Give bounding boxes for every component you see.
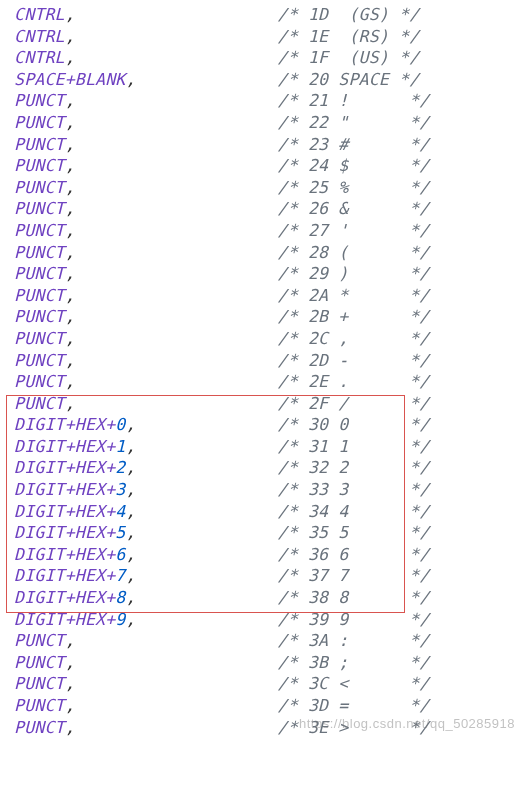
code-line: PUNCT, /* 2C , */ bbox=[14, 328, 521, 350]
comma: , bbox=[126, 566, 136, 585]
code-line: DIGIT+HEX+3, /* 33 3 */ bbox=[14, 479, 521, 501]
pad bbox=[75, 286, 278, 305]
comment: /* 39 9 */ bbox=[278, 610, 430, 629]
code-line: PUNCT, /* 3A : */ bbox=[14, 630, 521, 652]
pad bbox=[136, 458, 278, 477]
code-token: PUNCT bbox=[14, 264, 65, 283]
code-line: PUNCT, /* 27 ' */ bbox=[14, 220, 521, 242]
code-token: + bbox=[105, 588, 115, 607]
comment: /* 33 3 */ bbox=[278, 480, 430, 499]
comma: , bbox=[65, 653, 75, 672]
code-token: 7 bbox=[115, 566, 125, 585]
code-token: PUNCT bbox=[14, 199, 65, 218]
code-token: + bbox=[105, 415, 115, 434]
code-token: HEX bbox=[75, 480, 105, 499]
comment: /* 30 0 */ bbox=[278, 415, 430, 434]
pad bbox=[136, 480, 278, 499]
pad bbox=[75, 351, 278, 370]
pad bbox=[75, 199, 278, 218]
code-token: PUNCT bbox=[14, 329, 65, 348]
code-token: PUNCT bbox=[14, 394, 65, 413]
comma: , bbox=[65, 696, 75, 715]
pad bbox=[75, 718, 278, 737]
code-token: SPACE bbox=[14, 70, 65, 89]
comma: , bbox=[65, 631, 75, 650]
comma: , bbox=[65, 221, 75, 240]
code-line: PUNCT, /* 28 ( */ bbox=[14, 242, 521, 264]
code-token: HEX bbox=[75, 458, 105, 477]
code-line: CNTRL, /* 1D (GS) */ bbox=[14, 4, 521, 26]
comma: , bbox=[126, 523, 136, 542]
comma: , bbox=[65, 156, 75, 175]
code-line: PUNCT, /* 3E > */ bbox=[14, 717, 521, 739]
comma: , bbox=[126, 415, 136, 434]
code-token: DIGIT bbox=[14, 566, 65, 585]
code-line: PUNCT, /* 24 $ */ bbox=[14, 155, 521, 177]
comment: /* 28 ( */ bbox=[278, 243, 430, 262]
code-token: HEX bbox=[75, 523, 105, 542]
comment: /* 31 1 */ bbox=[278, 437, 430, 456]
code-line: CNTRL, /* 1F (US) */ bbox=[14, 47, 521, 69]
code-token: + bbox=[65, 610, 75, 629]
comma: , bbox=[65, 307, 75, 326]
pad bbox=[136, 70, 278, 89]
comma: , bbox=[65, 394, 75, 413]
code-token: HEX bbox=[75, 502, 105, 521]
code-token: + bbox=[65, 545, 75, 564]
comment: /* 36 6 */ bbox=[278, 545, 430, 564]
comment: /* 38 8 */ bbox=[278, 588, 430, 607]
comma: , bbox=[126, 545, 136, 564]
comment: /* 37 7 */ bbox=[278, 566, 430, 585]
comma: , bbox=[65, 135, 75, 154]
code-token: + bbox=[65, 502, 75, 521]
code-token: + bbox=[105, 480, 115, 499]
code-token: + bbox=[65, 566, 75, 585]
comment: /* 25 % */ bbox=[278, 178, 430, 197]
comment: /* 1F (US) */ bbox=[278, 48, 420, 67]
code-token: PUNCT bbox=[14, 674, 65, 693]
code-line: DIGIT+HEX+0, /* 30 0 */ bbox=[14, 414, 521, 436]
code-token: + bbox=[65, 70, 75, 89]
pad bbox=[75, 48, 278, 67]
code-token: + bbox=[105, 610, 115, 629]
pad bbox=[75, 243, 278, 262]
code-token: PUNCT bbox=[14, 178, 65, 197]
code-token: DIGIT bbox=[14, 458, 65, 477]
pad bbox=[75, 372, 278, 391]
code-token: PUNCT bbox=[14, 351, 65, 370]
pad bbox=[136, 566, 278, 585]
code-token: HEX bbox=[75, 566, 105, 585]
pad bbox=[75, 156, 278, 175]
code-line: DIGIT+HEX+4, /* 34 4 */ bbox=[14, 501, 521, 523]
code-line: PUNCT, /* 29 ) */ bbox=[14, 263, 521, 285]
pad bbox=[136, 610, 278, 629]
code-token: PUNCT bbox=[14, 718, 65, 737]
comma: , bbox=[65, 113, 75, 132]
code-line: PUNCT, /* 2B + */ bbox=[14, 306, 521, 328]
code-token: 5 bbox=[115, 523, 125, 542]
code-token: 8 bbox=[115, 588, 125, 607]
pad bbox=[136, 437, 278, 456]
pad bbox=[75, 653, 278, 672]
code-token: DIGIT bbox=[14, 437, 65, 456]
code-token: PUNCT bbox=[14, 91, 65, 110]
pad bbox=[75, 674, 278, 693]
code-token: 6 bbox=[115, 545, 125, 564]
comma: , bbox=[65, 5, 75, 24]
code-line: PUNCT, /* 22 " */ bbox=[14, 112, 521, 134]
comment: /* 1D (GS) */ bbox=[278, 5, 420, 24]
comment: /* 22 " */ bbox=[278, 113, 430, 132]
pad bbox=[75, 91, 278, 110]
code-token: + bbox=[65, 415, 75, 434]
code-token: PUNCT bbox=[14, 113, 65, 132]
comma: , bbox=[65, 48, 75, 67]
code-token: PUNCT bbox=[14, 243, 65, 262]
comment: /* 2F / */ bbox=[278, 394, 430, 413]
code-token: PUNCT bbox=[14, 286, 65, 305]
comma: , bbox=[126, 480, 136, 499]
comment: /* 2C , */ bbox=[278, 329, 430, 348]
pad bbox=[136, 415, 278, 434]
comma: , bbox=[126, 610, 136, 629]
code-token: DIGIT bbox=[14, 523, 65, 542]
code-token: HEX bbox=[75, 588, 105, 607]
